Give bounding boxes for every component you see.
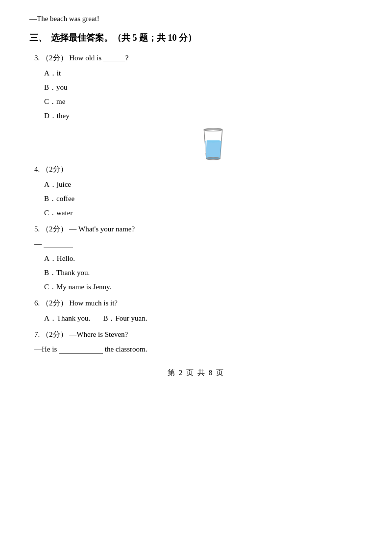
q5-option-c: C．My name is Jenny. xyxy=(34,282,363,292)
q5-option-a: A．Hello. xyxy=(34,254,363,263)
question-7-text: 7. （2分） —Where is Steven? xyxy=(34,330,363,339)
footer-text: 第 2 页 共 8 页 xyxy=(29,368,363,378)
question-6-text: 6. （2分） How much is it? xyxy=(34,299,363,308)
question-5-sub: — xyxy=(34,240,363,248)
svg-marker-1 xyxy=(205,141,221,158)
question-7-sub: —He is the classroom. xyxy=(34,345,363,353)
question-5: 5. （2分） — What's your name? — A．Hello. B… xyxy=(29,225,363,292)
section-number: 三、 xyxy=(29,32,47,44)
q3-option-c: C．me xyxy=(34,97,363,106)
q4-image-container xyxy=(34,127,363,162)
q4-option-c: C．water xyxy=(34,208,363,218)
question-3: 3. （2分） How old is ______? A．it B．you C．… xyxy=(29,53,363,121)
svg-point-2 xyxy=(205,140,221,143)
section-title: 选择最佳答案。（共 5 题；共 10 分） xyxy=(51,32,196,44)
question-5-text: 5. （2分） — What's your name? xyxy=(34,225,363,234)
q3-option-d: D．they xyxy=(34,111,363,121)
q3-option-b: B．you xyxy=(34,83,363,92)
question-7: 7. （2分） —Where is Steven? —He is the cla… xyxy=(29,330,363,353)
section-header: 三、 选择最佳答案。（共 5 题；共 10 分） xyxy=(29,32,363,44)
q6-options-inline: A．Thank you. B．Four yuan. xyxy=(34,314,363,323)
question-4-text: 4. （2分） xyxy=(34,165,363,174)
q5-option-b: B．Thank you. xyxy=(34,268,363,278)
q4-option-a: A．juice xyxy=(34,180,363,189)
top-text: —The beach was great! xyxy=(29,15,363,23)
question-6: 6. （2分） How much is it? A．Thank you. B．F… xyxy=(29,299,363,323)
q4-option-b: B．coffee xyxy=(34,194,363,203)
question-4: 4. （2分） A．juice B．coffee C．water xyxy=(29,127,363,218)
q3-option-a: A．it xyxy=(34,69,363,78)
question-3-text: 3. （2分） How old is ______? xyxy=(34,53,363,63)
water-glass-icon xyxy=(198,127,228,162)
